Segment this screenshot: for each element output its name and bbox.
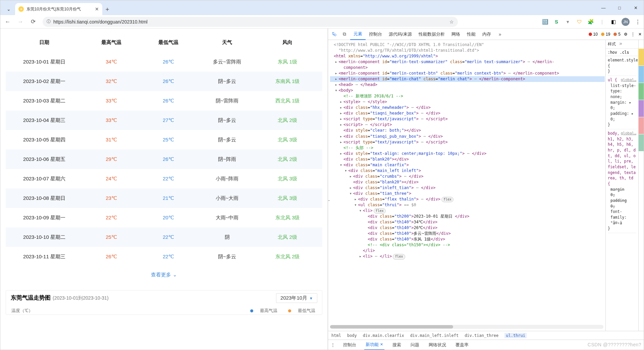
dom-node[interactable]: ▾<li>flex [330,208,605,214]
error-count[interactable]: 10 [589,32,598,37]
y-axis-label: 温度（℃） [11,308,33,314]
window-maximize[interactable]: □ [611,0,628,15]
browser-tab[interactable]: ☀ 东莞10月份天气|东莞10月份气 ✕ [15,3,102,15]
dom-node[interactable]: ▸<script type="text/javascript"> ⋯ </scr… [330,139,605,145]
dom-node[interactable]: ▾<div class="main clearfix"> [330,162,605,168]
dom-node[interactable]: ▸<div class="inleft_tian"> ⋯ </div> [330,185,605,191]
dom-node[interactable]: ▸<script type="text/javascript"> ⋯ </scr… [330,116,605,122]
settings-icon[interactable]: ⚙ [624,32,628,37]
profile-avatar[interactable]: JN [622,18,630,26]
legend-hi: 最高气温 [246,308,277,314]
dom-node[interactable]: ▸<style> ⋯ </style> [330,99,605,105]
dom-node[interactable]: ▸<merlin-component id="merlin-text-summa… [330,59,605,65]
hov-toggle[interactable]: :hov [608,50,617,55]
ext-translate-icon[interactable]: 🔠 [542,18,548,25]
cls-toggle[interactable]: .cls [620,50,629,55]
chrome-menu-icon[interactable]: ⋮ [634,18,641,25]
dom-node[interactable]: ▾<body> [330,88,605,93]
breadcrumb-item[interactable]: div.main_left.inleft [410,333,459,338]
breadcrumb-item[interactable]: html [331,333,341,338]
window-minimize[interactable]: — [595,0,611,15]
dom-node[interactable]: ▸<div class="hhx_newheader"> ⋯ </div> [330,105,605,111]
site-info-icon[interactable]: ⓘ [47,19,51,25]
devtools-tab[interactable]: 源代码/来源 [385,29,415,40]
chart-card: 东莞气温走势图 (2023-10-01到2023-10-31) 2023年10月… [6,290,322,315]
drawer-tab[interactable]: 覆盖率 [454,340,470,350]
dom-node[interactable]: <html xmlns="http://www.w3.org/1999/xhtm… [330,53,605,59]
dom-node[interactable]: ▸<div style="text-align: center;margin-t… [330,151,605,157]
window-close[interactable]: ✕ [628,0,644,15]
drawer-tab[interactable]: 控制台 [342,340,358,350]
more-tabs-icon[interactable]: » [496,32,504,37]
table-header-row: 日期 最高气温 最低气温 天气 风向 [6,33,322,52]
drawer-tab[interactable]: 搜索 [391,340,402,350]
dom-node[interactable]: <div class="th140">34℃</div> [330,219,605,225]
new-tab-button[interactable]: ＋ [102,3,112,15]
show-more-link[interactable]: 查看更多 ⌄ [6,266,322,285]
ext-vue-icon[interactable]: ▾ [565,18,571,25]
ext-puzzle-icon[interactable]: 🧩 [587,18,594,25]
dom-tree[interactable]: <!DOCTYPE html PUBLIC "-//W3C//DTD XHTML… [328,40,605,331]
dom-node[interactable]: ▸<div class="tiaqni_header_box"> ⋯ </div… [330,111,605,116]
dom-node[interactable]: ▸<head> ⋯ </head> [330,82,605,88]
dom-node[interactable]: <div class="blank20"></div> [330,179,605,185]
ext-shield-icon[interactable]: 🛡 [576,18,583,25]
close-tab-icon[interactable]: ✕ [95,6,99,12]
breadcrumb-item[interactable]: body [347,333,357,338]
ext-s-icon[interactable]: S [553,18,560,25]
dom-node[interactable]: <div class="th140">多云~雷阵雨</div> [330,231,605,236]
dom-node[interactable]: ▾<div class="tian_three"> [330,191,605,196]
breadcrumb-item[interactable]: ul.thrui [504,333,527,338]
device-icon[interactable]: ⧉ [340,31,349,37]
dom-breadcrumbs[interactable]: htmlbodydiv.main.clearfixdiv.main_left.i… [328,331,644,340]
drawer-menu-icon[interactable]: ⋮ [331,342,335,347]
dom-node[interactable]: ▸<merlin-component id="merlin-chat" clas… [330,76,605,82]
devtools-tab[interactable]: 元素 [350,29,366,40]
dom-node[interactable]: <!DOCTYPE html PUBLIC "-//W3C//DTD XHTML… [330,42,605,48]
dom-node[interactable]: ▸<div class="flex thalin"> ⋯ </div>flex [330,196,605,202]
dom-node[interactable]: ▾<div class="main_left inleft"> [330,168,605,174]
dom-node[interactable]: ▾<ul class="thrui"> == $0 [330,202,605,208]
reload-button[interactable]: ⟳ [29,17,38,27]
dom-node[interactable]: <!-- 头部 --> [330,145,605,151]
back-button[interactable]: ← [3,17,12,27]
devtools-menu-icon[interactable]: ⋮ [631,32,635,37]
dom-node[interactable]: <div class="th140">26℃</div> [330,225,605,231]
styles-tab[interactable]: 样式 [608,42,616,47]
dom-node[interactable]: component> [330,65,605,71]
dom-node[interactable]: </li> [330,248,605,254]
breadcrumb-item[interactable]: div.main.clearfix [363,333,404,338]
drawer-tab[interactable]: 网络状况 [427,340,447,350]
month-picker[interactable]: 2023年10月▼ [276,293,317,303]
dom-node[interactable]: "http://www.w3.org/TR/xhtml1/DTD/xhtml1-… [330,48,605,53]
dom-node[interactable]: <!-- 新增顶部 2018/6/1 --> [330,93,605,99]
tab-search-button[interactable]: ⌄ [2,3,15,15]
dom-node[interactable]: <div class="th140">东风 1级</div> [330,236,605,242]
dom-node[interactable]: <div class="th200">2023-10-01 星期日 </div> [330,214,605,219]
dom-node[interactable]: <!-- <div class="th150"></div> --> [330,242,605,248]
devtools-tab[interactable]: 性能 [464,29,479,40]
devtools-tab[interactable]: 内存 [479,29,494,40]
side-panel-icon[interactable]: ◧ [610,18,617,25]
drawer-tab[interactable]: 新功能 ✕ [364,340,384,350]
devtools-tab[interactable]: 控制台 [366,29,385,40]
dom-node[interactable]: ▸<li> ⋯ </li>flex [330,254,605,259]
dom-scrollbar[interactable] [330,325,603,329]
devtools-tab[interactable]: 网络 [448,29,464,40]
dom-node[interactable]: ▸<merlin-component id="merlin-context-bt… [330,71,605,76]
breadcrumb-item[interactable]: div.tian_three [465,333,498,338]
dom-node[interactable]: ▸<script> ⋯ </script> [330,122,605,128]
inspect-icon[interactable]: ⮱ [330,32,339,37]
dom-node[interactable]: ▸<div class="crumbs"> ⋯ </div> [330,174,605,179]
url-input[interactable]: ⓘ https://lishi.tianqi.com/dongguan/2023… [43,17,458,27]
dom-node[interactable]: <div style="clear: both;"></div> [330,128,605,133]
th-lo: 最低气温 [140,39,197,46]
warning-count[interactable]: 19 [601,32,610,37]
bookmark-icon[interactable]: ☆ [449,19,454,25]
forward-button[interactable]: → [16,17,25,27]
dom-node[interactable]: ▸<div class="tianqi_pub_nav_box"> ⋯ </di… [330,134,605,139]
devtools-tab[interactable]: 性能数据分析 [415,29,448,40]
dom-node[interactable]: <div class="blank20"></div> [330,157,605,162]
drawer-tab[interactable]: 问题 [409,340,421,350]
close-devtools-icon[interactable]: ✕ [638,32,642,37]
